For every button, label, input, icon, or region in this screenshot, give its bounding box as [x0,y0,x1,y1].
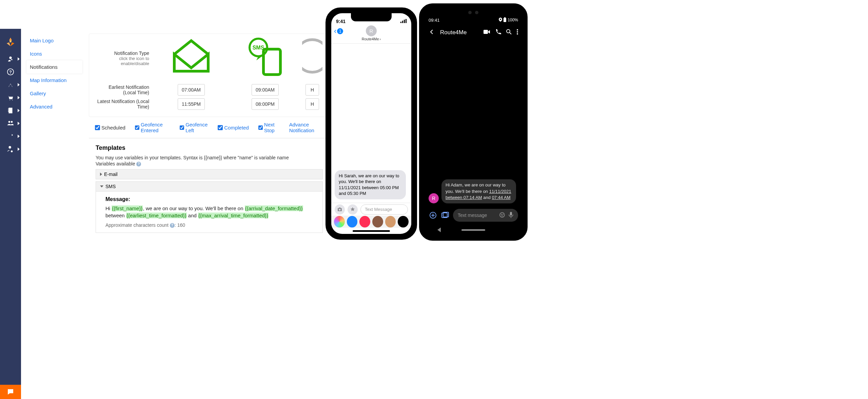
android-back[interactable] [437,227,441,232]
back-arrow-icon[interactable] [429,28,435,37]
svg-rect-25 [510,212,512,216]
svg-text:?: ? [9,69,12,75]
ios-contact-name[interactable]: Route4Me› [362,37,381,41]
rail-help[interactable]: ? [0,65,21,78]
more-icon[interactable] [517,29,518,36]
email-accordion[interactable]: E-mail [96,169,323,179]
tab-scheduled[interactable]: Scheduled [95,122,125,133]
ios-home-indicator [331,228,411,234]
svg-rect-7 [400,22,401,23]
template-tabs: Scheduled Geofence Entered Geofence Left… [89,117,330,138]
android-time: 09:41 [429,18,440,23]
chevron-left-icon: ‹ [334,27,336,36]
sms-icon[interactable]: SMS [245,37,285,79]
android-home[interactable] [461,229,485,231]
ios-thread: Hi Sarah, we are on our way to you. We'l… [331,44,411,203]
iphone-preview: 9:41 ‹ 1 R Route4Me› Hi Sarah, we are on… [326,7,417,240]
rail-chat[interactable] [0,385,21,399]
sidebar-item-map-information[interactable]: Map Information [26,74,82,87]
android-thread: R Hi Adam, we are on our way to you. We'… [424,40,523,207]
battery-icon [504,17,506,23]
rail-routes[interactable] [0,78,21,91]
ios-app-photos[interactable] [334,216,345,227]
android-status-bar: 09:41 100% [424,15,523,25]
android-message-bubble: Hi Adam, we are on our way to you. We'll… [441,179,516,203]
android-text-input[interactable]: Text message [453,209,518,222]
ios-nav: ‹ 1 R Route4Me› [331,25,411,44]
settings-sidebar: Main Logo Icons Notifications Map Inform… [26,34,82,113]
voice-icon[interactable] [302,37,322,76]
notifications-panel: Notification Type click the icon to enab… [89,34,330,239]
sidebar-item-notifications[interactable]: Notifications [26,60,82,74]
rail-user-settings[interactable] [0,143,21,156]
mic-icon[interactable] [509,212,513,219]
sidebar-item-icons[interactable]: Icons [26,47,82,60]
latest-label: Latest Notification (Local Time) [96,99,154,109]
sms-latest-input[interactable] [252,98,279,110]
gallery-icon[interactable] [441,212,450,219]
android-nav-bar [424,224,523,236]
android-speaker [468,11,478,14]
templates-hint: You may use variables in your templates.… [96,155,323,160]
svg-point-15 [507,29,510,33]
ios-app-music[interactable] [359,216,370,227]
char-count: Approximate characters count ?: 160 [105,222,313,228]
ios-app-tray [331,216,411,228]
templates-vars: Variables available ? [96,161,323,166]
sms-earliest-input[interactable] [252,84,279,96]
ios-app-heart[interactable] [398,216,409,227]
android-sender-avatar[interactable]: R [429,193,439,203]
sms-accordion[interactable]: SMS [96,181,323,192]
app-logo[interactable] [0,32,21,53]
ios-app-memoji-1[interactable] [372,216,383,227]
rail-team[interactable] [0,117,21,130]
svg-rect-13 [504,17,506,18]
emoji-icon[interactable] [499,212,505,219]
voice-earliest-input[interactable] [305,84,319,96]
info-icon[interactable]: ? [136,162,141,166]
tab-geofence-entered[interactable]: Geofence Entered [135,122,170,133]
ios-app-store[interactable] [347,216,358,227]
rail-addressbook[interactable] [0,104,21,117]
ios-signal-icon [400,19,407,24]
info-icon[interactable]: ? [170,223,175,228]
search-icon[interactable] [506,29,512,36]
ios-message-bubble: Hi Sarah, we are on our way to you. We'l… [335,170,406,199]
svg-point-6 [302,40,322,72]
ios-text-input[interactable]: Text Message [360,204,408,215]
tab-geofence-left[interactable]: Geofence Left [180,122,208,133]
email-latest-input[interactable] [178,98,205,110]
sidebar-item-gallery[interactable]: Gallery [26,87,82,100]
phone-icon[interactable] [495,29,501,36]
email-earliest-input[interactable] [178,84,205,96]
svg-point-11 [339,209,341,211]
email-icon[interactable] [171,37,212,76]
tab-next-stop[interactable]: Next Stop [258,122,280,133]
sms-template-body: Message: Hi {{first_name}}, we are on ou… [96,192,323,233]
tab-advance-notification[interactable]: Advance Notification [289,122,323,133]
chevron-right-icon [100,173,102,176]
appstore-icon[interactable] [348,204,358,215]
rail-orders[interactable] [0,91,21,104]
tab-completed[interactable]: Completed [218,122,249,133]
location-icon [499,18,502,23]
rail-analytics[interactable] [0,130,21,143]
sidebar-item-main-logo[interactable]: Main Logo [26,34,82,47]
ios-back-button[interactable]: ‹ 1 [334,27,343,36]
ios-contact-avatar[interactable]: R [366,25,377,36]
add-icon[interactable] [429,212,437,219]
android-thread-title[interactable]: Route4Me [440,29,479,36]
voice-latest-input[interactable] [305,98,319,110]
android-toolbar: Route4Me [424,25,523,40]
video-icon[interactable] [484,29,490,36]
sms-template-text[interactable]: Hi {{first_name}}, we are on our way to … [105,205,313,219]
ios-app-memoji-2[interactable] [385,216,396,227]
ios-time: 9:41 [336,19,346,24]
notification-type-label: Notification Type [96,51,149,56]
camera-icon[interactable] [335,204,345,215]
svg-rect-9 [404,20,405,23]
sidebar-item-advanced[interactable]: Advanced [26,100,82,113]
chevron-right-icon: › [380,37,381,41]
svg-text:SMS: SMS [253,45,264,51]
rail-add-user[interactable] [0,53,21,65]
